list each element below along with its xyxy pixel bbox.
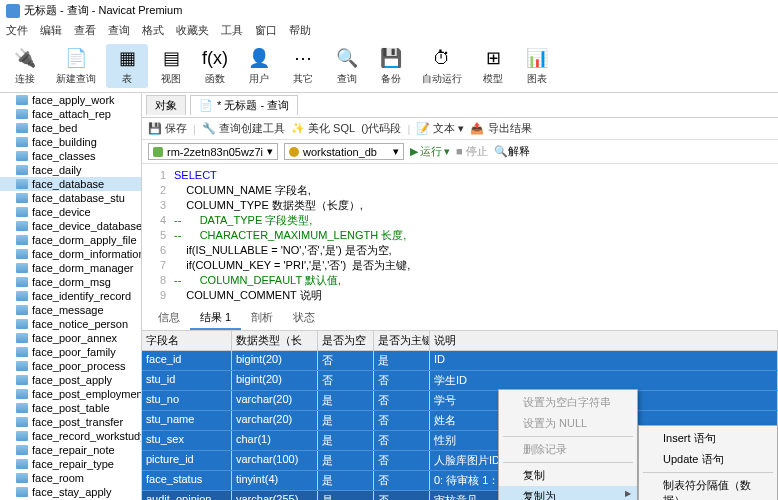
menu-query[interactable]: 查询 [108, 23, 130, 38]
query-toolbar: 💾 保存 | 🔧 查询创建工具 ✨ 美化 SQL ()代码段 | 📝 文本 ▾ … [142, 118, 778, 140]
tool-表[interactable]: ▦表 [106, 44, 148, 88]
tool-其它[interactable]: ⋯其它 [282, 44, 324, 88]
tree-item[interactable]: face_dorm_information [0, 247, 141, 261]
table-row[interactable]: stu_idbigint(20)否否学生ID [142, 371, 778, 391]
tool-自动运行[interactable]: ⏱自动运行 [414, 44, 470, 88]
ctx-set-null[interactable]: 设置为 NULL [499, 413, 637, 434]
table-icon [16, 291, 28, 301]
tree-item[interactable]: face_poor_process [0, 359, 141, 373]
tree-item[interactable]: face_post_transfer [0, 415, 141, 429]
ctx-set-blank[interactable]: 设置为空白字符串 [499, 392, 637, 413]
tree-item[interactable]: face_record_workstudy [0, 429, 141, 443]
tab-objects[interactable]: 对象 [146, 95, 186, 115]
export-button[interactable]: 📤 导出结果 [470, 121, 531, 136]
tree-item[interactable]: face_attach_rep [0, 107, 141, 121]
tool-用户[interactable]: 👤用户 [238, 44, 280, 88]
tree-item[interactable]: face_post_employment [0, 387, 141, 401]
tool-视图[interactable]: ▤视图 [150, 44, 192, 88]
tool-备份[interactable]: 💾备份 [370, 44, 412, 88]
table-icon [16, 417, 28, 427]
table-icon [16, 277, 28, 287]
ctx-copy-as[interactable]: 复制为 [499, 486, 637, 500]
main-toolbar: 🔌连接📄新建查询▦表▤视图f(x)函数👤用户⋯其它🔍查询💾备份⏱自动运行⊞模型📊… [0, 40, 778, 93]
table-icon [16, 193, 28, 203]
tree-item[interactable]: face_daily [0, 163, 141, 177]
tree-item[interactable]: face_dorm_msg [0, 275, 141, 289]
save-button[interactable]: 💾 保存 [148, 121, 187, 136]
run-button[interactable]: ▶ 运行 ▾ [410, 144, 450, 159]
table-row[interactable]: stu_novarchar(20)是否学号 [142, 391, 778, 411]
server-select[interactable]: rm-2zetn83n05wz7i▾ [148, 143, 278, 160]
table-icon [16, 403, 28, 413]
menu-help[interactable]: 帮助 [289, 23, 311, 38]
tree-item[interactable]: face_identify_record [0, 289, 141, 303]
table-icon [16, 333, 28, 343]
table-icon [16, 109, 28, 119]
tool-图表[interactable]: 📊图表 [516, 44, 558, 88]
tool-连接[interactable]: 🔌连接 [4, 44, 46, 88]
tree-item[interactable]: face_message [0, 303, 141, 317]
tool-查询[interactable]: 🔍查询 [326, 44, 368, 88]
tree-item[interactable]: face_repair_type [0, 457, 141, 471]
stop-button[interactable]: ■ 停止 [456, 144, 488, 159]
tool-新建查询[interactable]: 📄新建查询 [48, 44, 104, 88]
table-icon [16, 459, 28, 469]
menu-format[interactable]: 格式 [142, 23, 164, 38]
table-icon [16, 235, 28, 245]
ctx-insert-stmt[interactable]: Insert 语句 [639, 428, 777, 449]
table-icon [16, 347, 28, 357]
menu-edit[interactable]: 编辑 [40, 23, 62, 38]
rtab-result[interactable]: 结果 1 [190, 307, 241, 330]
connection-bar: rm-2zetn83n05wz7i▾ workstation_db▾ ▶ 运行 … [142, 140, 778, 164]
tree-item[interactable]: face_poor_annex [0, 331, 141, 345]
editor-tabs: 对象 📄* 无标题 - 查询 [142, 93, 778, 118]
menu-tools[interactable]: 工具 [221, 23, 243, 38]
tree-item[interactable]: face_repair_note [0, 443, 141, 457]
rtab-profile[interactable]: 剖析 [241, 307, 283, 330]
table-icon [16, 207, 28, 217]
menu-view[interactable]: 查看 [74, 23, 96, 38]
beautify-button[interactable]: ✨ 美化 SQL [291, 121, 355, 136]
tree-item[interactable]: face_stay_apply [0, 485, 141, 499]
tree-item[interactable]: face_classes [0, 149, 141, 163]
code-snippet-button[interactable]: ()代码段 [361, 121, 401, 136]
ctx-delete[interactable]: 删除记录 [499, 439, 637, 460]
database-select[interactable]: workstation_db▾ [284, 143, 404, 160]
ctx-tsv-data[interactable]: 制表符分隔值（数据） [639, 475, 777, 500]
builder-button[interactable]: 🔧 查询创建工具 [202, 121, 285, 136]
tree-item[interactable]: face_apply_work [0, 93, 141, 107]
text-button[interactable]: 📝 文本 ▾ [416, 121, 464, 136]
table-icon [16, 151, 28, 161]
tree-item[interactable]: face_database [0, 177, 141, 191]
tree-item[interactable]: face_room [0, 471, 141, 485]
tree-item[interactable]: face_building [0, 135, 141, 149]
object-tree[interactable]: face_apply_workface_attach_repface_bedfa… [0, 93, 142, 500]
tree-item[interactable]: face_poor_family [0, 345, 141, 359]
table-icon [16, 165, 28, 175]
explain-button[interactable]: 🔍解释 [494, 144, 530, 159]
menu-file[interactable]: 文件 [6, 23, 28, 38]
table-row[interactable]: face_idbigint(20)否是ID [142, 351, 778, 371]
rtab-status[interactable]: 状态 [283, 307, 325, 330]
sql-editor[interactable]: 1SELECT2 COLUMN_NAME 字段名,3 COLUMN_TYPE 数… [142, 164, 778, 307]
tree-item[interactable]: face_notice_person [0, 317, 141, 331]
tree-item[interactable]: face_dorm_apply_file [0, 233, 141, 247]
menu-fav[interactable]: 收藏夹 [176, 23, 209, 38]
app-icon [6, 4, 20, 18]
tool-函数[interactable]: f(x)函数 [194, 44, 236, 88]
tree-item[interactable]: face_device [0, 205, 141, 219]
table-icon [16, 473, 28, 483]
table-icon [16, 361, 28, 371]
ctx-copy[interactable]: 复制 [499, 465, 637, 486]
tree-item[interactable]: face_bed [0, 121, 141, 135]
tool-模型[interactable]: ⊞模型 [472, 44, 514, 88]
menu-window[interactable]: 窗口 [255, 23, 277, 38]
tree-item[interactable]: face_database_stu [0, 191, 141, 205]
tree-item[interactable]: face_dorm_manager [0, 261, 141, 275]
tab-query[interactable]: 📄* 无标题 - 查询 [190, 95, 298, 115]
ctx-update-stmt[interactable]: Update 语句 [639, 449, 777, 470]
tree-item[interactable]: face_device_database [0, 219, 141, 233]
tree-item[interactable]: face_post_apply [0, 373, 141, 387]
rtab-info[interactable]: 信息 [148, 307, 190, 330]
tree-item[interactable]: face_post_table [0, 401, 141, 415]
